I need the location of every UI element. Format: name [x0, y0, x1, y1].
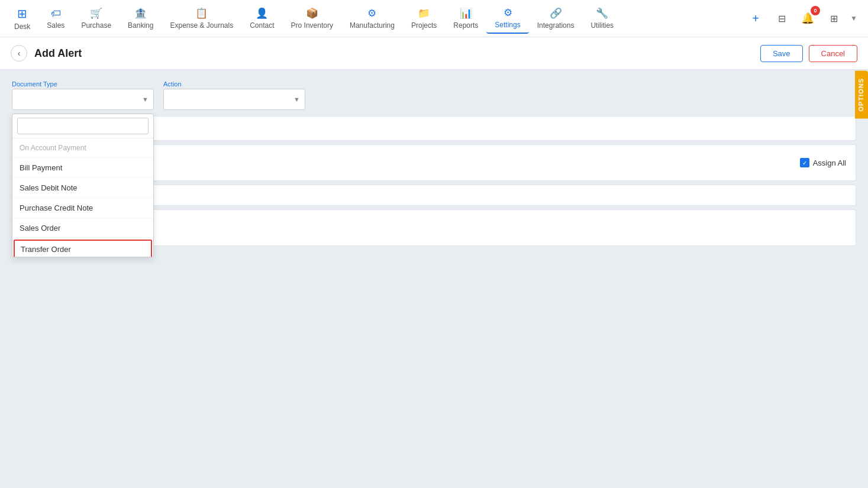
notification-badge: 0 — [811, 6, 820, 15]
grid-button[interactable]: ⊞ — [824, 9, 843, 28]
nav-item-desk[interactable]: ⊞ Desk — [6, 3, 38, 34]
form-row: Document Type ▼ On Account Payment Bill … — [12, 80, 856, 110]
cancel-button[interactable]: Cancel — [809, 45, 857, 62]
action-select[interactable]: ▼ — [163, 89, 305, 110]
nav-label-projects: Projects — [411, 21, 437, 30]
nav-label-desk: Desk — [14, 22, 30, 31]
action-chevron-icon: ▼ — [293, 96, 300, 103]
nav-label-settings: Settings — [495, 21, 520, 29]
dropdown-item-sales-debit-note[interactable]: Sales Debit Note — [12, 178, 153, 198]
settings-icon: ⚙ — [504, 7, 512, 19]
nav-right-actions: + ⊟ 🔔 0 ⊞ ▼ — [746, 9, 857, 28]
manufacturing-icon: ⚙ — [367, 7, 376, 20]
document-type-field: Document Type ▼ On Account Payment Bill … — [12, 80, 154, 110]
nav-item-contact[interactable]: 👤 Contact — [241, 4, 282, 33]
nav-item-expense[interactable]: 📋 Expense & Journals — [162, 4, 241, 33]
title-actions: Save Cancel — [760, 45, 857, 62]
nav-item-utilities[interactable]: 🔧 Utilities — [582, 4, 622, 33]
pro-inventory-icon: 📦 — [306, 7, 318, 20]
nav-item-integrations[interactable]: 🔗 Integrations — [529, 4, 583, 33]
projects-icon: 📁 — [418, 7, 430, 20]
options-sidebar[interactable]: OPTIONS — [855, 71, 868, 119]
integrations-icon: 🔗 — [550, 7, 562, 20]
nav-label-purchase: Purchase — [81, 21, 111, 30]
nav-item-purchase[interactable]: 🛒 Purchase — [73, 4, 120, 33]
banking-icon: 🏦 — [134, 7, 147, 20]
nav-items: ⊞ Desk 🏷 Sales 🛒 Purchase 🏦 Banking 📋 Ex… — [6, 3, 746, 34]
notification-button[interactable]: 🔔 0 — [798, 9, 817, 28]
dropdown-item-on-account-payment[interactable]: On Account Payment — [12, 138, 153, 158]
main-content: Document Type ▼ On Account Payment Bill … — [0, 70, 868, 260]
document-type-chevron-icon: ▼ — [142, 96, 149, 103]
action-field: Action ▼ — [163, 80, 305, 110]
grid-icon: ⊞ — [830, 13, 838, 24]
back-icon: ‹ — [18, 49, 21, 58]
dropdown-search-input[interactable] — [17, 118, 149, 134]
contact-icon: 👤 — [256, 7, 268, 20]
document-type-label: Document Type — [12, 80, 154, 88]
nav-item-manufacturing[interactable]: ⚙ Manufacturing — [341, 4, 403, 33]
dropdown-search-wrapper — [12, 114, 153, 138]
expense-icon: 📋 — [195, 7, 208, 20]
dropdown-list: On Account Payment Bill Payment Sales De… — [12, 138, 153, 257]
assign-all-checkbox-label[interactable]: ✓ Assign All — [800, 158, 846, 167]
top-navigation: ⊞ Desk 🏷 Sales 🛒 Purchase 🏦 Banking 📋 Ex… — [0, 0, 868, 37]
desk-icon: ⊞ — [17, 7, 27, 21]
assign-all-checkbox[interactable]: ✓ — [800, 158, 809, 167]
nav-item-reports[interactable]: 📊 Reports — [445, 4, 486, 33]
assign-all-label: Assign All — [813, 159, 846, 167]
dropdown-item-bill-payment[interactable]: Bill Payment — [12, 158, 153, 178]
plus-icon: + — [752, 12, 759, 25]
nav-label-integrations: Integrations — [537, 21, 575, 30]
dropdown-item-purchase-credit-note[interactable]: Purchase Credit Note — [12, 198, 153, 218]
nav-item-pro-inventory[interactable]: 📦 Pro Inventory — [283, 4, 341, 33]
nav-item-banking[interactable]: 🏦 Banking — [120, 4, 162, 33]
page-title: Add Alert — [34, 47, 753, 60]
nav-label-banking: Banking — [128, 21, 153, 30]
nav-label-utilities: Utilities — [591, 21, 614, 30]
action-label: Action — [163, 80, 305, 88]
layout-button[interactable]: ⊟ — [772, 9, 791, 28]
options-label: OPTIONS — [857, 78, 864, 112]
title-bar: ‹ Add Alert Save Cancel — [0, 37, 868, 70]
dropdown-item-transfer-order[interactable]: Transfer Order — [14, 240, 152, 257]
save-button[interactable]: Save — [760, 45, 803, 62]
document-type-dropdown: On Account Payment Bill Payment Sales De… — [12, 114, 154, 257]
purchase-icon: 🛒 — [90, 7, 102, 20]
nav-label-contact: Contact — [250, 21, 274, 30]
sales-icon: 🏷 — [51, 8, 61, 20]
nav-label-sales: Sales — [47, 21, 64, 30]
utilities-icon: 🔧 — [596, 7, 608, 20]
layout-icon: ⊟ — [778, 13, 786, 24]
document-type-select[interactable]: ▼ — [12, 89, 154, 110]
nav-label-expense: Expense & Journals — [170, 21, 233, 30]
nav-item-settings[interactable]: ⚙ Settings — [486, 3, 528, 34]
add-button[interactable]: + — [746, 9, 765, 28]
dropdown-item-sales-order[interactable]: Sales Order — [12, 218, 153, 238]
profile-chevron[interactable]: ▼ — [850, 14, 857, 22]
nav-label-reports: Reports — [453, 21, 478, 30]
nav-item-sales[interactable]: 🏷 Sales — [38, 4, 73, 33]
reports-icon: 📊 — [460, 7, 472, 20]
nav-label-pro-inventory: Pro Inventory — [291, 21, 333, 30]
back-button[interactable]: ‹ — [11, 45, 27, 62]
nav-item-projects[interactable]: 📁 Projects — [403, 4, 445, 33]
nav-label-manufacturing: Manufacturing — [350, 21, 395, 30]
